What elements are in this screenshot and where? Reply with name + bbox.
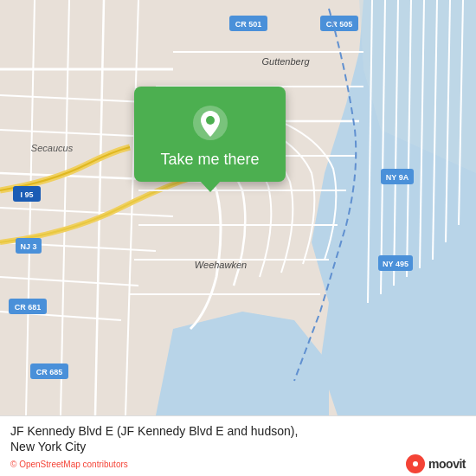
svg-point-52: [206, 116, 215, 125]
location-popup: Take me there: [134, 87, 286, 182]
map-svg: CR 501 CR 505 I 95 NJ 3 CR 681 CR 685 NY…: [0, 0, 476, 415]
svg-point-54: [413, 461, 418, 466]
svg-text:CR 681: CR 681: [15, 303, 42, 312]
moovit-logo: moovit: [406, 454, 466, 473]
svg-text:I 95: I 95: [20, 190, 33, 199]
moovit-text: moovit: [428, 457, 466, 471]
location-pin-icon: [191, 104, 229, 142]
svg-text:CR 501: CR 501: [235, 20, 262, 29]
svg-text:NY 9A: NY 9A: [386, 173, 409, 182]
osm-credit-suffix: contributors: [80, 460, 128, 469]
location-line1: JF Kennedy Blvd E (JF Kennedy Blvd E and…: [10, 424, 298, 438]
svg-text:CR 505: CR 505: [326, 20, 353, 29]
svg-text:Guttenberg: Guttenberg: [261, 56, 310, 67]
info-bar: JF Kennedy Blvd E (JF Kennedy Blvd E and…: [0, 415, 476, 476]
take-me-there-button[interactable]: Take me there: [160, 151, 259, 169]
svg-text:CR 685: CR 685: [36, 368, 63, 376]
osm-credit-prefix: ©: [10, 460, 19, 469]
bottom-row: © OpenStreetMap contributors moovit: [10, 454, 466, 473]
location-text: JF Kennedy Blvd E (JF Kennedy Blvd E and…: [10, 423, 466, 454]
svg-text:Secaucus: Secaucus: [31, 143, 74, 153]
osm-credit: © OpenStreetMap contributors: [10, 460, 128, 469]
svg-text:Weehawken: Weehawken: [195, 260, 247, 270]
svg-text:NY 495: NY 495: [383, 260, 408, 268]
map-view: CR 501 CR 505 I 95 NJ 3 CR 681 CR 685 NY…: [0, 0, 476, 415]
svg-text:NJ 3: NJ 3: [20, 242, 36, 251]
moovit-icon: [406, 454, 425, 473]
osm-link[interactable]: OpenStreetMap: [19, 460, 80, 469]
location-line2: New York City: [10, 440, 86, 453]
